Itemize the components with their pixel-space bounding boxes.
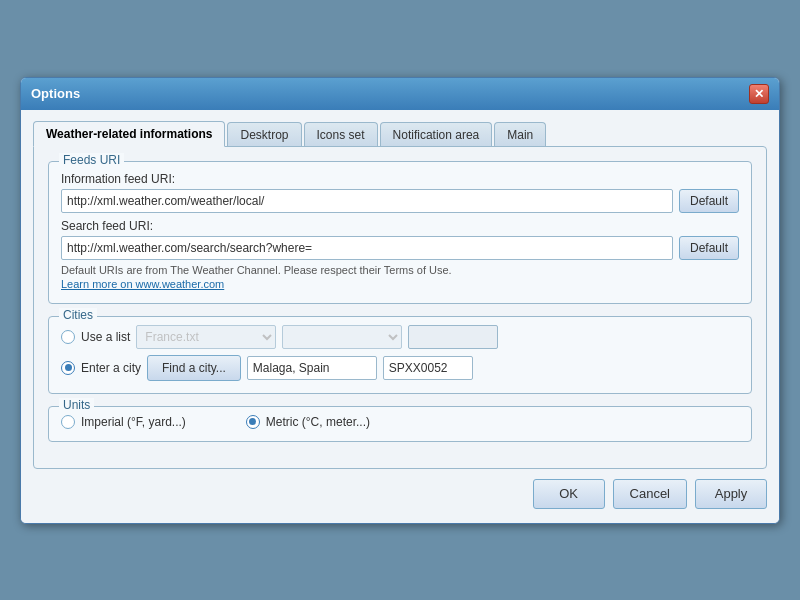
dialog-body: Weather-related informations Desktrop Ic… xyxy=(21,110,779,523)
feeds-note: Default URIs are from The Weather Channe… xyxy=(61,264,739,276)
apply-button[interactable]: Apply xyxy=(695,479,767,509)
tab-icons[interactable]: Icons set xyxy=(304,122,378,147)
info-feed-row: Default xyxy=(61,189,739,213)
feeds-uri-label: Feeds URI xyxy=(59,153,124,167)
find-city-button[interactable]: Find a city... xyxy=(147,355,241,381)
city-code-input[interactable] xyxy=(383,356,473,380)
bottom-buttons: OK Cancel Apply xyxy=(33,469,767,511)
feeds-uri-group: Feeds URI Information feed URI: Default … xyxy=(48,161,752,304)
use-list-radio[interactable] xyxy=(61,330,75,344)
search-feed-input[interactable] xyxy=(61,236,673,260)
city-name-input[interactable] xyxy=(247,356,377,380)
enter-city-radio[interactable] xyxy=(61,361,75,375)
metric-label: Metric (°C, meter...) xyxy=(266,415,370,429)
enter-city-row: Enter a city Find a city... xyxy=(61,355,739,381)
search-feed-default-button[interactable]: Default xyxy=(679,236,739,260)
units-row: Imperial (°F, yard...) Metric (°C, meter… xyxy=(61,415,739,429)
list-extra-dropdown[interactable] xyxy=(282,325,402,349)
units-group: Units Imperial (°F, yard...) Metric (°C,… xyxy=(48,406,752,442)
close-button[interactable]: ✕ xyxy=(749,84,769,104)
tab-weather[interactable]: Weather-related informations xyxy=(33,121,225,147)
cities-label: Cities xyxy=(59,308,97,322)
info-feed-input[interactable] xyxy=(61,189,673,213)
info-feed-default-button[interactable]: Default xyxy=(679,189,739,213)
title-bar: Options ✕ xyxy=(21,78,779,110)
enter-city-label: Enter a city xyxy=(81,361,141,375)
metric-option: Metric (°C, meter...) xyxy=(246,415,370,429)
search-feed-label: Search feed URI: xyxy=(61,219,739,233)
list-dropdown[interactable]: France.txt xyxy=(136,325,276,349)
dialog-title: Options xyxy=(31,86,80,101)
info-feed-label: Information feed URI: xyxy=(61,172,739,186)
tab-content: Feeds URI Information feed URI: Default … xyxy=(33,146,767,469)
list-code-input[interactable] xyxy=(408,325,498,349)
imperial-radio[interactable] xyxy=(61,415,75,429)
imperial-option: Imperial (°F, yard...) xyxy=(61,415,186,429)
ok-button[interactable]: OK xyxy=(533,479,605,509)
tab-desktop[interactable]: Desktrop xyxy=(227,122,301,147)
use-list-row: Use a list France.txt xyxy=(61,325,739,349)
options-dialog: Options ✕ Weather-related informations D… xyxy=(20,77,780,524)
cancel-button[interactable]: Cancel xyxy=(613,479,687,509)
cities-group: Cities Use a list France.txt Enter a cit… xyxy=(48,316,752,394)
imperial-label: Imperial (°F, yard...) xyxy=(81,415,186,429)
tab-bar: Weather-related informations Desktrop Ic… xyxy=(33,120,767,146)
units-label: Units xyxy=(59,398,94,412)
tab-notification[interactable]: Notification area xyxy=(380,122,493,147)
use-list-label: Use a list xyxy=(81,330,130,344)
tab-main[interactable]: Main xyxy=(494,122,546,147)
weather-link[interactable]: Learn more on www.weather.com xyxy=(61,278,224,290)
search-feed-row: Default xyxy=(61,236,739,260)
metric-radio[interactable] xyxy=(246,415,260,429)
